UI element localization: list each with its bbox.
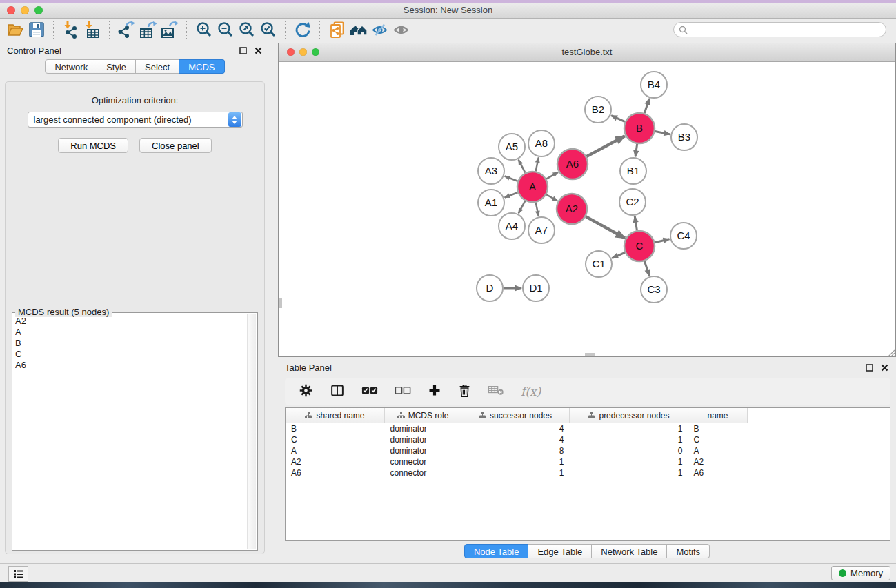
table-settings-button[interactable] xyxy=(299,383,313,401)
delete-table-button[interactable] xyxy=(488,385,504,398)
tab-mcds[interactable]: MCDS xyxy=(179,59,224,74)
edge-B-B4[interactable] xyxy=(644,99,649,113)
table-cell[interactable]: 1 xyxy=(570,423,688,435)
table-row[interactable]: Adominator80A xyxy=(286,445,748,456)
graph-node-A[interactable]: A xyxy=(517,172,548,202)
export-network-button[interactable] xyxy=(116,20,137,39)
tab-motifs[interactable]: Motifs xyxy=(667,544,710,558)
edge-C-C2[interactable] xyxy=(635,216,637,231)
table-cell[interactable]: connector xyxy=(385,467,461,478)
apply-function-button[interactable]: f(x) xyxy=(521,385,541,398)
tab-select[interactable]: Select xyxy=(136,59,179,74)
table-cell[interactable]: 4 xyxy=(461,423,570,435)
network-canvas[interactable]: B4B2BB3B1A5A8A6A3AA1A2A4A7C2C4CC1C3DD1 xyxy=(279,62,895,356)
graph-node-A3[interactable]: A3 xyxy=(478,158,504,184)
zoom-out-button[interactable] xyxy=(215,20,236,39)
tab-network-table[interactable]: Network Table xyxy=(592,544,667,558)
graph-node-B3[interactable]: B3 xyxy=(671,124,697,150)
graph-node-A1[interactable]: A1 xyxy=(478,190,504,216)
edge-A-A5[interactable] xyxy=(519,160,526,173)
main-titlebar[interactable]: Session: New Session xyxy=(0,3,896,19)
horizontal-scrollbar-thumb[interactable] xyxy=(585,353,595,356)
graph-node-C4[interactable]: C4 xyxy=(670,223,697,249)
first-neighbors-button[interactable] xyxy=(348,20,369,39)
graph-node-A5[interactable]: A5 xyxy=(499,134,525,160)
graph-node-B2[interactable]: B2 xyxy=(585,97,611,123)
close-panel-button[interactable] xyxy=(253,45,263,55)
network-window-titlebar[interactable]: testGlobe.txt xyxy=(279,43,895,62)
network-zoom-button[interactable] xyxy=(312,48,319,56)
tab-network[interactable]: Network xyxy=(45,59,97,74)
graph-node-C[interactable]: C xyxy=(624,231,655,261)
graph-node-C2[interactable]: C2 xyxy=(619,189,646,215)
edge-A-A8[interactable] xyxy=(536,158,539,172)
network-close-button[interactable] xyxy=(287,48,295,56)
task-history-button[interactable] xyxy=(8,566,28,582)
mcds-result-item[interactable]: A2 xyxy=(15,316,245,327)
table-row[interactable]: A6connector11A6 xyxy=(286,467,748,478)
close-table-panel-button[interactable] xyxy=(879,363,889,372)
memory-button[interactable]: Memory xyxy=(831,566,890,580)
mcds-result-item[interactable]: B xyxy=(15,338,245,349)
table-cell[interactable]: 1 xyxy=(570,456,688,467)
minimize-window-button[interactable] xyxy=(21,6,29,14)
add-row-button[interactable] xyxy=(428,383,441,400)
edge-A-A3[interactable] xyxy=(505,176,518,181)
table-cell[interactable]: A xyxy=(688,445,748,456)
table-cell[interactable]: B xyxy=(286,423,385,435)
table-cell[interactable]: 1 xyxy=(461,456,570,467)
edge-C-C3[interactable] xyxy=(644,261,649,276)
table-cell[interactable]: connector xyxy=(385,456,461,467)
export-image-button[interactable] xyxy=(159,20,180,39)
mcds-result-item[interactable]: A xyxy=(15,327,245,338)
mcds-result-item[interactable]: C xyxy=(15,349,245,360)
vertical-scrollbar-thumb[interactable] xyxy=(279,298,282,308)
tab-edge-table[interactable]: Edge Table xyxy=(528,544,592,558)
graph-node-A6[interactable]: A6 xyxy=(557,149,588,179)
column-header-predecessor-nodes[interactable]: predecessor nodes xyxy=(570,408,688,423)
table-cell[interactable]: 0 xyxy=(570,445,688,456)
delete-rows-button[interactable] xyxy=(458,383,471,401)
table-cell[interactable]: 1 xyxy=(570,434,688,445)
column-header-name[interactable]: name xyxy=(688,408,748,423)
edge-A-A4[interactable] xyxy=(519,201,526,213)
table-cell[interactable]: C xyxy=(286,434,385,445)
table-cell[interactable]: C xyxy=(688,434,748,445)
table-cell[interactable]: dominator xyxy=(385,423,461,435)
graph-node-A8[interactable]: A8 xyxy=(528,130,555,156)
new-network-from-selection-button[interactable] xyxy=(326,20,348,39)
save-session-button[interactable] xyxy=(26,20,47,39)
close-panel-button-mcds[interactable]: Close panel xyxy=(139,138,212,153)
table-row[interactable]: Bdominator41B xyxy=(286,423,748,435)
search-field[interactable] xyxy=(673,22,886,37)
edge-A-A1[interactable] xyxy=(505,192,518,197)
resize-grip[interactable] xyxy=(886,347,895,356)
graph-node-C1[interactable]: C1 xyxy=(586,251,612,277)
table-cell[interactable]: 1 xyxy=(461,467,570,478)
criterion-dropdown[interactable]: largest connected component (directed) xyxy=(28,112,243,128)
column-header-successor-nodes[interactable]: successor nodes xyxy=(461,408,570,423)
table-cell[interactable]: A2 xyxy=(286,456,385,467)
table-row[interactable]: Cdominator41C xyxy=(286,434,748,445)
hide-selected-button[interactable] xyxy=(369,20,390,39)
result-scrollbar[interactable] xyxy=(247,314,256,549)
tab-node-table[interactable]: Node Table xyxy=(464,544,529,558)
column-chooser-button[interactable] xyxy=(330,383,345,401)
edge-B-B3[interactable] xyxy=(655,132,670,134)
network-minimize-button[interactable] xyxy=(299,48,307,56)
tab-style[interactable]: Style xyxy=(97,59,136,74)
table-cell[interactable]: dominator xyxy=(385,434,461,445)
float-panel-button[interactable] xyxy=(238,45,248,55)
zoom-window-button[interactable] xyxy=(34,6,43,14)
float-table-panel-button[interactable] xyxy=(864,363,874,372)
table-cell[interactable]: 4 xyxy=(461,434,570,445)
show-all-button[interactable] xyxy=(390,20,412,39)
mcds-result-item[interactable]: A6 xyxy=(15,360,245,371)
column-header-shared-name[interactable]: shared name xyxy=(286,408,385,423)
table-cell[interactable]: A xyxy=(286,445,385,456)
graph-node-B1[interactable]: B1 xyxy=(620,158,646,184)
run-mcds-button[interactable]: Run MCDS xyxy=(58,138,128,153)
edge-B-B2[interactable] xyxy=(611,116,625,122)
table-cell[interactable]: 1 xyxy=(570,467,688,478)
column-header-MCDS-role[interactable]: MCDS role xyxy=(385,408,461,423)
